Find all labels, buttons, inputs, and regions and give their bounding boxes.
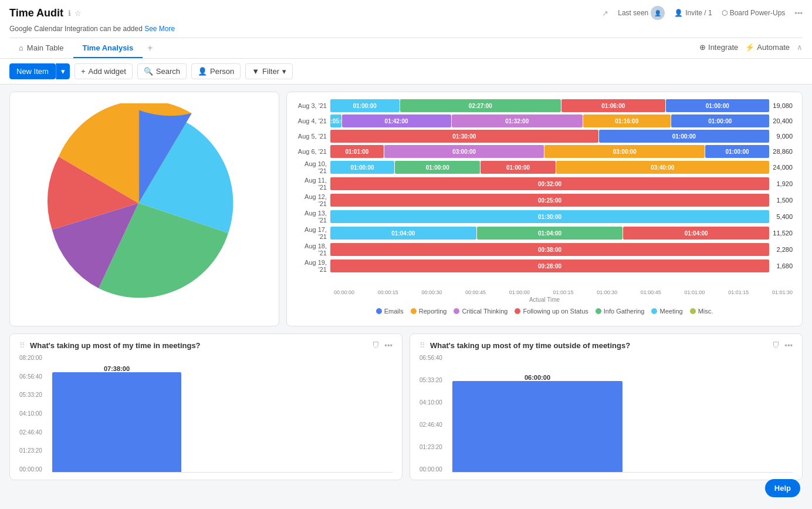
header: Time Audit ℹ ☆ ↗ Last seen 👤 👤 Invite / … [0,0,812,59]
gantt-bar: 03:00:00 [544,145,705,158]
legend-item: Reporting [411,308,447,315]
gantt-row-date: Aug 6, '21 [296,148,330,155]
avatar: 👤 [651,6,665,20]
gantt-container[interactable]: Aug 3, '2101:00:0002:27:0001:06:0001:00:… [296,99,793,287]
meetings-chart-card: ⠿ What's taking up most of my time in me… [9,333,402,480]
top-section: Aug 3, '2101:00:0002:27:0001:06:0001:00:… [9,92,803,326]
bar-rect-right [452,381,622,472]
legend-label: Emails [384,308,404,315]
gantt-bar: 01:00:00 [671,114,769,127]
gantt-row-bars: 00:32:00 [330,177,769,190]
help-button[interactable]: Help [765,479,800,487]
add-widget-button[interactable]: + Add widget [75,63,133,79]
legend-label: Misc. [698,308,713,315]
pie-chart-card [9,92,279,326]
y-axis-label: 02:46:40 [19,429,42,436]
y-axis-label: 08:20:00 [19,355,42,361]
gantt-chart-card: Aug 3, '2101:00:0002:27:0001:06:0001:00:… [286,92,803,326]
legend-dot [454,308,459,314]
legend-label: Reporting [419,308,447,315]
app-title: Time Audit [9,7,63,19]
board-power-ups-btn[interactable]: ⬡ Board Power-Ups [722,9,786,17]
legend-dot [515,308,520,314]
more-icon-left[interactable]: ••• [384,341,393,350]
gantt-row-value: 1,680 [769,262,793,269]
gantt-bar: 01:00:00 [666,99,769,112]
new-item-dropdown[interactable]: ▾ [56,63,70,79]
drag-icon-right: ⠿ [419,341,425,350]
gantt-row-bars: 00:05:0001:42:0001:32:0001:16:0001:00:00 [330,114,769,127]
gantt-bar: 01:00:00 [481,161,555,174]
axis-label: 01:00:45 [641,289,661,295]
filter-icon: ▼ [252,67,259,76]
y-axis-label: 06:56:40 [19,373,42,380]
header-right: ↗ Last seen 👤 👤 Invite / 1 ⬡ Board Power… [602,6,803,20]
gantt-axis: 00:00:0000:00:1500:00:3000:00:4501:00:00… [296,289,793,295]
filter-funnel-icon[interactable]: ⛉ [372,341,380,350]
integration-bar: Google Calendar Integration can be added… [9,22,803,38]
legend-item: Info Gathering [596,308,645,315]
gantt-row-bars: 00:28:00 [330,259,769,272]
header-icons: ℹ ☆ [68,9,82,18]
outside-meetings-chart-header: ⠿ What's taking up most of my time outsi… [419,341,793,350]
info-icon[interactable]: ℹ [68,9,71,18]
collapse-icon[interactable]: ∧ [797,43,803,52]
home-icon: ⌂ [19,43,23,52]
person-button[interactable]: 👤 Person [191,63,241,79]
toolbar: New Item ▾ + Add widget 🔍 Search 👤 Perso… [0,59,812,85]
more-icon-right[interactable]: ••• [784,341,793,350]
automate-btn[interactable]: ⚡ Automate [745,43,790,52]
see-more-link[interactable]: See More [144,25,175,33]
invite-btn[interactable]: 👤 Invite / 1 [674,9,712,17]
add-tab-button[interactable]: + [143,38,157,58]
gantt-row: Aug 5, '2101:30:0001:00:009,000 [296,130,793,143]
meetings-chart-actions: ⛉ ••• [372,341,393,350]
y-axis-label: 06:56:40 [419,355,442,361]
axis-label: 01:00:30 [597,289,617,295]
gantt-row-bars: 01:30:0001:00:00 [330,130,769,143]
tab-time-analysis[interactable]: Time Analysis [73,39,143,58]
filter-funnel-icon-right[interactable]: ⛉ [772,341,780,350]
x-axis-title: Actual Time [296,296,793,303]
gantt-row-bars: 00:25:00 [330,194,769,207]
gantt-bar: 01:04:00 [623,227,769,240]
gantt-bar: 01:04:00 [477,227,623,240]
gantt-bar: 01:00:00 [705,145,769,158]
x-axis-line-left [52,472,393,473]
filter-dropdown-icon: ▾ [282,67,286,76]
y-axis-label: 00:00:00 [419,466,442,473]
gantt-bar: 01:00:00 [395,161,480,174]
tab-main-table[interactable]: ⌂ Main Table [9,39,73,58]
bar-chart-vertical: 07:38:00 [52,355,393,472]
gantt-bar: 00:28:00 [330,259,769,272]
search-button[interactable]: 🔍 Search [137,63,187,79]
integrate-btn[interactable]: ⊕ Integrate [699,43,738,52]
bar-chart-vertical-right: 06:00:00 [452,355,793,472]
legend-label: Info Gathering [604,308,645,315]
bottom-section: ⠿ What's taking up most of my time in me… [9,333,803,480]
gantt-row-value: 5,400 [769,213,793,220]
gantt-bar: 03:40:00 [556,161,769,174]
legend-item: Meeting [651,308,682,315]
drag-icon-left: ⠿ [19,341,25,350]
filter-button[interactable]: ▼ Filter ▾ [245,63,293,79]
axis-label: 01:00:15 [553,289,573,295]
gantt-row-value: 1,920 [769,180,793,187]
star-icon[interactable]: ☆ [75,9,82,18]
gantt-row: Aug 12, '2100:25:001,500 [296,193,793,207]
bar-value-left: 07:38:00 [104,365,130,372]
gantt-row: Aug 19, '2100:28:001,680 [296,259,793,273]
y-axis-label: 00:00:00 [19,466,42,473]
board-icon: ⬡ [722,9,728,17]
y-axis-label: 05:33:20 [19,392,42,398]
gantt-row-value: 24,000 [769,164,793,171]
more-options-icon[interactable]: ••• [794,9,803,18]
axis-label: 01:01:30 [772,289,793,295]
last-seen-label: Last seen [618,9,648,17]
y-axis-label: 04:10:00 [19,410,42,417]
gantt-bar: 01:04:00 [330,227,476,240]
new-item-button[interactable]: New Item [9,63,56,79]
x-axis-line-right [452,472,793,473]
gantt-row-value: 28,860 [769,148,793,155]
legend-item: Emails [376,308,404,315]
